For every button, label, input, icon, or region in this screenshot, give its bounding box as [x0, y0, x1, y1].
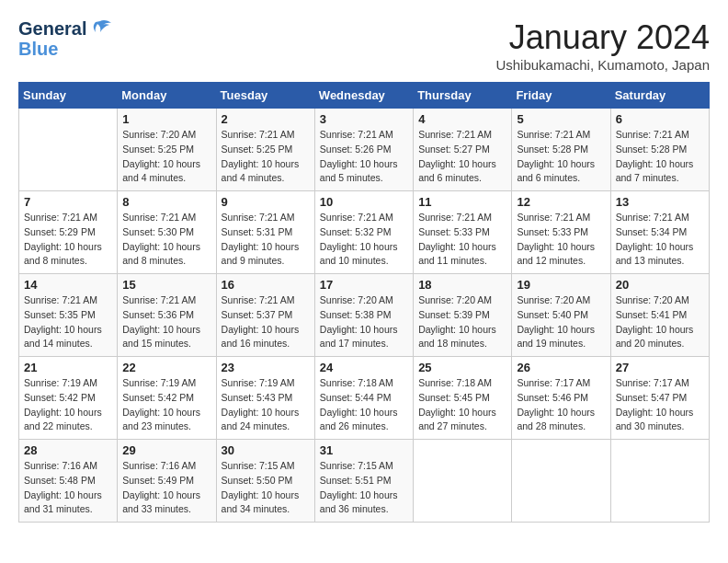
day-info-line: and 5 minutes. [320, 172, 383, 183]
calendar-table: SundayMondayTuesdayWednesdayThursdayFrid… [18, 82, 710, 523]
day-cell: 30Sunrise: 7:15 AMSunset: 5:50 PMDayligh… [216, 440, 314, 523]
weekday-header-wednesday: Wednesday [314, 83, 413, 109]
weekday-header-tuesday: Tuesday [216, 83, 314, 109]
day-info-line: Daylight: 10 hours [418, 324, 496, 335]
day-info-line: and 18 minutes. [418, 338, 487, 349]
day-info-line: Sunset: 5:27 PM [418, 144, 490, 155]
day-info-line: Daylight: 10 hours [418, 241, 496, 252]
day-info-line: Sunrise: 7:21 AM [517, 129, 590, 140]
day-info-line: Sunset: 5:49 PM [122, 475, 194, 486]
day-info-line: Sunrise: 7:21 AM [122, 294, 196, 305]
day-info-line: Sunrise: 7:21 AM [320, 212, 393, 223]
day-info-line: Sunset: 5:46 PM [517, 392, 588, 403]
day-info-line: Daylight: 10 hours [616, 241, 694, 252]
day-cell: 13Sunrise: 7:21 AMSunset: 5:34 PMDayligh… [610, 191, 709, 274]
day-info-line: Sunset: 5:32 PM [320, 226, 392, 237]
day-info-line: Sunrise: 7:19 AM [122, 377, 196, 388]
day-info-line: Sunrise: 7:21 AM [222, 294, 295, 305]
day-info-line: and 6 minutes. [418, 172, 482, 183]
day-info-line: and 27 minutes. [418, 420, 487, 431]
day-info-line: and 7 minutes. [616, 172, 679, 183]
day-info: Sunrise: 7:18 AMSunset: 5:45 PMDaylight:… [418, 376, 506, 434]
day-number: 16 [222, 278, 310, 292]
day-info: Sunrise: 7:21 AMSunset: 5:26 PMDaylight:… [320, 128, 408, 186]
day-cell: 26Sunrise: 7:17 AMSunset: 5:46 PMDayligh… [512, 357, 610, 440]
week-row-1: 1Sunrise: 7:20 AMSunset: 5:25 PMDaylight… [19, 109, 710, 191]
day-number: 31 [320, 443, 408, 457]
day-info-line: and 11 minutes. [418, 255, 487, 266]
day-cell: 19Sunrise: 7:20 AMSunset: 5:40 PMDayligh… [512, 274, 610, 357]
day-info-line: Daylight: 10 hours [24, 241, 102, 252]
day-info: Sunrise: 7:15 AMSunset: 5:50 PMDaylight:… [222, 459, 310, 517]
day-info-line: Sunrise: 7:15 AM [320, 460, 393, 471]
day-cell: 29Sunrise: 7:16 AMSunset: 5:49 PMDayligh… [118, 440, 216, 523]
day-info-line: Daylight: 10 hours [517, 241, 595, 252]
day-info-line: Sunset: 5:30 PM [122, 226, 194, 237]
weekday-header-sunday: Sunday [19, 83, 118, 109]
day-cell: 28Sunrise: 7:16 AMSunset: 5:48 PMDayligh… [19, 440, 118, 523]
day-info-line: Daylight: 10 hours [517, 158, 595, 169]
day-info-line: Sunrise: 7:18 AM [418, 377, 492, 388]
day-cell: 17Sunrise: 7:20 AMSunset: 5:38 PMDayligh… [314, 274, 413, 357]
day-info-line: Sunset: 5:37 PM [222, 309, 293, 320]
day-info-line: Sunset: 5:28 PM [616, 144, 688, 155]
logo-text: General Blue [18, 18, 112, 59]
day-cell: 4Sunrise: 7:21 AMSunset: 5:27 PMDaylight… [414, 109, 512, 191]
day-info-line: Daylight: 10 hours [320, 241, 398, 252]
day-info-line: Sunrise: 7:17 AM [616, 377, 689, 388]
day-info-line: and 17 minutes. [320, 338, 389, 349]
day-info-line: Sunrise: 7:21 AM [24, 212, 97, 223]
day-number: 30 [222, 443, 310, 457]
day-info-line: and 13 minutes. [616, 255, 685, 266]
day-number: 2 [222, 112, 310, 126]
day-number: 21 [24, 361, 112, 374]
day-number: 20 [616, 278, 704, 292]
day-info-line: Sunrise: 7:20 AM [616, 294, 689, 305]
calendar-subtitle: Ushibukamachi, Kumamoto, Japan [495, 57, 710, 73]
day-cell: 5Sunrise: 7:21 AMSunset: 5:28 PMDaylight… [512, 109, 610, 191]
day-info-line: Sunset: 5:43 PM [222, 392, 293, 403]
day-info-line: and 34 minutes. [222, 503, 290, 514]
day-cell: 22Sunrise: 7:19 AMSunset: 5:42 PMDayligh… [118, 357, 216, 440]
day-info-line: and 6 minutes. [517, 172, 580, 183]
day-number: 17 [320, 278, 408, 292]
day-info: Sunrise: 7:20 AMSunset: 5:39 PMDaylight:… [418, 293, 506, 351]
day-info-line: Sunset: 5:34 PM [616, 226, 688, 237]
day-info: Sunrise: 7:20 AMSunset: 5:38 PMDaylight:… [320, 293, 408, 351]
day-info: Sunrise: 7:21 AMSunset: 5:30 PMDaylight:… [122, 211, 210, 269]
day-info-line: Sunset: 5:28 PM [517, 144, 588, 155]
day-number: 23 [222, 361, 310, 374]
week-row-2: 7Sunrise: 7:21 AMSunset: 5:29 PMDaylight… [19, 191, 710, 274]
day-number: 22 [122, 361, 210, 374]
weekday-header-thursday: Thursday [414, 83, 512, 109]
day-info-line: Sunrise: 7:21 AM [222, 129, 295, 140]
day-info-line: Daylight: 10 hours [616, 324, 694, 335]
day-info-line: and 36 minutes. [320, 503, 389, 514]
day-info-line: and 28 minutes. [517, 420, 586, 431]
day-info-line: and 19 minutes. [517, 338, 586, 349]
day-info-line: Sunrise: 7:16 AM [122, 460, 196, 471]
day-number: 29 [122, 443, 210, 457]
day-info-line: Sunset: 5:42 PM [122, 392, 194, 403]
day-info-line: Daylight: 10 hours [122, 407, 200, 418]
day-info-line: Sunset: 5:38 PM [320, 309, 392, 320]
weekday-header-friday: Friday [512, 83, 610, 109]
day-number: 1 [122, 112, 210, 126]
day-cell: 12Sunrise: 7:21 AMSunset: 5:33 PMDayligh… [512, 191, 610, 274]
day-info-line: Daylight: 10 hours [320, 158, 398, 169]
logo-blue: Blue [18, 39, 112, 59]
day-info-line: Daylight: 10 hours [517, 407, 595, 418]
day-info-line: Sunrise: 7:21 AM [24, 294, 97, 305]
day-cell: 15Sunrise: 7:21 AMSunset: 5:36 PMDayligh… [118, 274, 216, 357]
week-row-4: 21Sunrise: 7:19 AMSunset: 5:42 PMDayligh… [19, 357, 710, 440]
day-info-line: Daylight: 10 hours [222, 158, 300, 169]
day-cell [19, 109, 118, 191]
day-info-line: Sunrise: 7:19 AM [222, 377, 295, 388]
day-info: Sunrise: 7:16 AMSunset: 5:48 PMDaylight:… [24, 459, 112, 517]
page-header: General Blue January 2024 Ushibukamachi,… [18, 18, 710, 73]
day-info-line: Daylight: 10 hours [222, 324, 300, 335]
day-info-line: Daylight: 10 hours [122, 158, 200, 169]
day-info-line: and 23 minutes. [122, 420, 191, 431]
day-info-line: Sunrise: 7:21 AM [418, 212, 492, 223]
day-number: 25 [418, 361, 506, 374]
